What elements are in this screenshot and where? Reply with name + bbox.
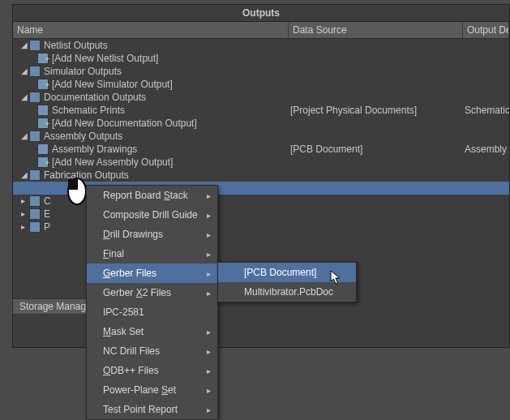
folder-icon — [29, 66, 41, 77]
ctx-item-gerber-files[interactable]: Gerber Files▸ — [87, 264, 217, 283]
folder-icon — [29, 169, 41, 181]
ctx-item-final[interactable]: Final▸ — [87, 244, 217, 264]
ctx-item-label: Gerber X2 Files — [103, 287, 171, 298]
submenu-arrow-icon: ▸ — [207, 347, 211, 356]
ctx-item-label: Mask Set — [103, 326, 144, 337]
col-header-name[interactable]: Name — [13, 22, 289, 38]
add-simulator-output[interactable]: [Add New Simulator Output] — [13, 78, 509, 91]
submenu-arrow-icon: ▸ — [207, 250, 211, 259]
grid-header: Name Data Source Output Descri — [13, 22, 509, 39]
panel-title: Outputs — [12, 4, 510, 21]
tree-category-assembly[interactable]: ◢ Assembly Outputs — [13, 130, 509, 143]
tree-category-netlist[interactable]: ◢ Netlist Outputs — [13, 39, 509, 52]
ctx-item-label: Power-Plane Set — [103, 384, 176, 396]
gerber-files-submenu: [PCB Document]Multivibrator.PcbDoc — [217, 262, 357, 302]
add-label: [Add New Simulator Output] — [52, 78, 173, 91]
category-label: Simulator Outputs — [44, 65, 122, 78]
chevron-down-icon[interactable]: ◢ — [21, 91, 29, 104]
ctx-item-label: Drill Drawings — [103, 229, 163, 240]
svg-rect-2 — [68, 179, 77, 190]
submenu-arrow-icon: ▸ — [207, 328, 211, 336]
chevron-down-icon[interactable]: ◢ — [21, 39, 29, 52]
storage-manager-button[interactable]: Storage Manag — [12, 298, 93, 315]
folder-icon — [29, 131, 41, 142]
ctx-item-label: ODB++ Files — [103, 365, 159, 376]
output-data-source: [PCB Document] — [289, 143, 463, 156]
add-label: [Add New Netlist Output] — [52, 52, 158, 65]
submenu-item-multivibrator-pcbdoc[interactable]: Multivibrator.PcbDoc — [218, 282, 356, 302]
chevron-down-icon[interactable]: ◢ — [21, 130, 29, 143]
output-data-source: [Project Physical Documents] — [289, 104, 463, 117]
submenu-arrow-icon: ▸ — [207, 386, 211, 395]
output-desc: Assembly Draw — [463, 143, 509, 156]
submenu-arrow-icon: ▸ — [207, 405, 211, 414]
chevron-right-icon[interactable]: ▸ — [21, 208, 29, 221]
ctx-item-label: Gerber Files — [103, 268, 156, 279]
chevron-right-icon[interactable]: ▸ — [21, 221, 29, 234]
output-desc: Schematic Prin — [463, 104, 509, 117]
ctx-item-label: IPC-2581 — [103, 306, 144, 318]
folder-icon — [29, 92, 41, 103]
ctx-item-report-board-stack[interactable]: Report Board Stack▸ — [87, 186, 217, 205]
submenu-item-pcb-document[interactable]: [PCB Document] — [218, 263, 356, 282]
ctx-item-composite-drill-guide[interactable]: Composite Drill Guide▸ — [87, 205, 217, 225]
ctx-item-power-plane-set[interactable]: Power-Plane Set▸ — [87, 380, 217, 400]
folder-icon — [29, 208, 41, 220]
add-netlist-output[interactable]: [Add New Netlist Output] — [13, 52, 509, 65]
submenu-arrow-icon: ▸ — [207, 230, 211, 239]
document-icon — [37, 105, 49, 116]
add-documentation-output[interactable]: [Add New Documentation Output] — [13, 117, 509, 130]
submenu-arrow-icon: ▸ — [207, 211, 211, 220]
output-name: Assembly Drawings — [52, 143, 137, 156]
fabrication-context-menu: Report Board Stack▸Composite Drill Guide… — [86, 185, 218, 420]
category-label: E — [44, 208, 50, 221]
category-label: Assembly Outputs — [44, 130, 122, 143]
chevron-down-icon[interactable]: ◢ — [21, 169, 29, 182]
submenu-arrow-icon: ▸ — [207, 366, 211, 375]
folder-icon — [29, 195, 41, 207]
col-header-data-source[interactable]: Data Source — [289, 22, 463, 38]
add-icon — [37, 53, 49, 64]
category-label: P — [44, 221, 50, 234]
chevron-right-icon[interactable]: ▸ — [21, 195, 29, 208]
folder-icon — [29, 221, 41, 233]
ctx-item-label: Composite Drill Guide — [103, 209, 198, 221]
submenu-arrow-icon: ▸ — [207, 191, 211, 200]
document-icon — [37, 144, 49, 155]
submenu-arrow-icon: ▸ — [207, 289, 211, 298]
ctx-item-label: NC Drill Files — [103, 345, 160, 357]
ctx-item-label: Final — [103, 248, 124, 259]
ctx-item-label: Report Board Stack — [103, 190, 188, 201]
output-name: Schematic Prints — [52, 104, 125, 117]
col-header-output-description[interactable]: Output Descri — [463, 22, 509, 38]
category-label: Netlist Outputs — [44, 39, 108, 52]
ctx-item-odb-files[interactable]: ODB++ Files▸ — [87, 361, 217, 380]
add-label: [Add New Documentation Output] — [52, 117, 197, 130]
output-assembly-drawings[interactable]: Assembly Drawings [PCB Document] Assembl… — [13, 143, 509, 156]
chevron-down-icon[interactable]: ◢ — [21, 65, 29, 78]
output-schematic-prints[interactable]: Schematic Prints [Project Physical Docum… — [13, 104, 509, 117]
add-assembly-output[interactable]: [Add New Assembly Output] — [13, 156, 509, 169]
add-icon — [37, 79, 49, 90]
ctx-item-mask-set[interactable]: Mask Set▸ — [87, 322, 217, 341]
tree-category-simulator[interactable]: ◢ Simulator Outputs — [13, 65, 509, 78]
submenu-arrow-icon: ▸ — [207, 269, 211, 278]
ctx-item-gerber-x2-files[interactable]: Gerber X2 Files▸ — [87, 283, 217, 302]
category-label: Documentation Outputs — [44, 91, 146, 104]
add-icon — [37, 156, 49, 168]
folder-icon — [29, 40, 41, 51]
add-label: [Add New Assembly Output] — [52, 156, 173, 169]
ctx-item-label: Test Point Report — [103, 404, 178, 415]
ctx-item-drill-drawings[interactable]: Drill Drawings▸ — [87, 225, 217, 244]
ctx-item-ipc-2581[interactable]: IPC-2581 — [87, 302, 217, 322]
ctx-item-test-point-report[interactable]: Test Point Report▸ — [87, 400, 217, 419]
tree-category-documentation[interactable]: ◢ Documentation Outputs — [13, 91, 509, 104]
category-label: C — [44, 195, 51, 208]
ctx-item-nc-drill-files[interactable]: NC Drill Files▸ — [87, 341, 217, 361]
add-icon — [37, 118, 49, 129]
